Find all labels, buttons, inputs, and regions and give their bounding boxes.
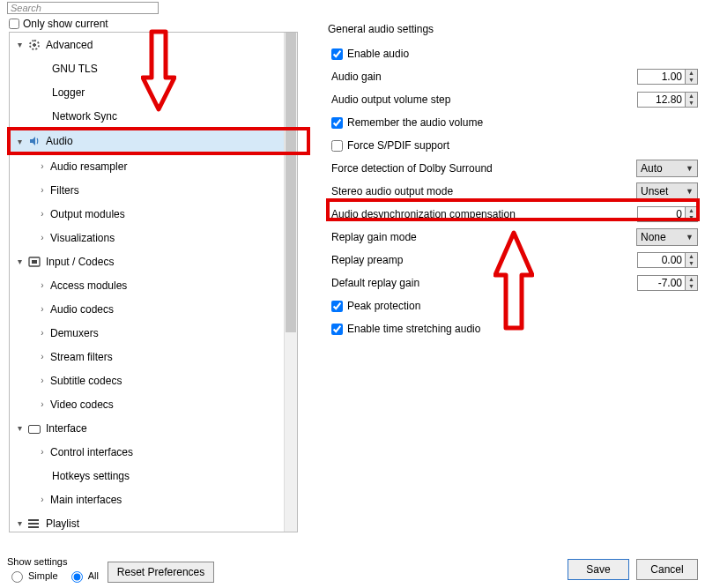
chevron-right-icon: › <box>38 328 47 338</box>
search-input[interactable]: Search <box>7 2 159 14</box>
stereo-mode-value: Unset <box>641 185 668 197</box>
audio-gain-label: Audio gain <box>331 71 637 83</box>
replay-mode-value: None <box>641 231 666 243</box>
tree-label: Audio <box>46 135 73 147</box>
radio-all-input[interactable] <box>71 571 83 583</box>
chevron-right-icon: › <box>38 209 47 219</box>
save-button[interactable]: Save <box>568 559 629 580</box>
tree-item-network-sync[interactable]: Network Sync <box>10 104 297 128</box>
chevron-down-icon: ▼ <box>686 233 694 242</box>
enable-audio-checkbox[interactable] <box>331 48 343 60</box>
tree-item-logger[interactable]: Logger <box>10 80 297 104</box>
desync-spinner[interactable]: ▲▼ <box>686 206 698 222</box>
tree-label: Input / Codecs <box>46 256 114 268</box>
tree-label: Advanced <box>46 39 93 51</box>
tree-item-interface[interactable]: ▾ Interface <box>10 416 297 440</box>
tree-item-filters[interactable]: › Filters <box>10 178 297 202</box>
tree-label: Logger <box>52 86 85 99</box>
chevron-right-icon: › <box>38 185 47 195</box>
radio-all-label: All <box>88 570 99 581</box>
tree-item-demuxers[interactable]: › Demuxers <box>10 321 297 345</box>
tree-label: Audio codecs <box>50 303 114 316</box>
tree-item-audio-resampler[interactable]: › Audio resampler <box>10 154 297 178</box>
dolby-value: Auto <box>641 162 663 175</box>
tree-item-control-interfaces[interactable]: › Control interfaces <box>10 440 297 464</box>
tree-label: Hotkeys settings <box>52 470 130 482</box>
default-replay-input[interactable] <box>637 275 686 291</box>
default-replay-spinner[interactable]: ▲▼ <box>686 275 698 291</box>
peak-protection-label: Peak protection <box>347 300 420 312</box>
time-stretch-row: Enable time stretching audio <box>331 317 698 340</box>
radio-simple[interactable]: Simple <box>7 569 58 583</box>
tree-item-playlist[interactable]: ▾ Playlist <box>10 511 297 532</box>
desync-input[interactable] <box>637 206 686 222</box>
tree-item-input-codecs[interactable]: ▾ Input / Codecs <box>10 249 297 273</box>
settings-tree: ▾ Advanced GNU TLS Logger Network Sync ▾… <box>9 32 298 532</box>
tree-item-output-modules[interactable]: › Output modules <box>10 202 297 226</box>
chevron-down-icon: ▼ <box>686 187 694 196</box>
default-replay-row: Default replay gain ▲▼ <box>331 272 698 294</box>
tree-label: Visualizations <box>50 232 115 244</box>
time-stretch-checkbox[interactable] <box>331 324 343 335</box>
enable-audio-label: Enable audio <box>347 48 409 60</box>
chevron-right-icon: › <box>38 161 47 171</box>
tree-label: Playlist <box>46 517 79 530</box>
tree-item-audio-codecs[interactable]: › Audio codecs <box>10 297 297 321</box>
tree-label: Stream filters <box>50 351 113 363</box>
chevron-down-icon: ▾ <box>15 257 24 266</box>
only-show-current-box[interactable] <box>9 19 19 29</box>
gear-icon <box>27 38 41 52</box>
dolby-row: Force detection of Dolby Surround Auto▼ <box>331 157 698 180</box>
force-spdif-checkbox[interactable] <box>331 140 343 152</box>
audio-gain-input[interactable] <box>637 69 686 85</box>
tree-label: Access modules <box>50 279 127 292</box>
tree-label: Interface <box>46 422 87 435</box>
chevron-right-icon: › <box>38 399 47 409</box>
section-title: General audio settings <box>328 23 434 35</box>
radio-all[interactable]: All <box>67 569 99 583</box>
tree-item-gnu-tls[interactable]: GNU TLS <box>10 56 297 80</box>
tree-label: Demuxers <box>50 327 99 339</box>
show-settings-label: Show settings <box>7 556 99 567</box>
tree-scrollbar[interactable] <box>284 33 297 532</box>
tree-item-video-codecs[interactable]: › Video codecs <box>10 392 297 416</box>
dolby-select[interactable]: Auto▼ <box>636 160 698 177</box>
replay-mode-select[interactable]: None▼ <box>636 228 698 246</box>
tree-item-main-interfaces[interactable]: › Main interfaces <box>10 488 297 511</box>
peak-protection-row: Peak protection <box>331 294 698 317</box>
codec-icon <box>27 255 41 269</box>
volume-step-input[interactable] <box>637 92 686 108</box>
replay-preamp-spinner[interactable]: ▲▼ <box>686 252 698 268</box>
chevron-right-icon: › <box>38 233 47 242</box>
cancel-button[interactable]: Cancel <box>636 559 698 580</box>
tree-item-audio[interactable]: ▾ Audio <box>10 128 297 154</box>
dolby-label: Force detection of Dolby Surround <box>331 162 636 175</box>
remember-volume-checkbox[interactable] <box>331 117 343 129</box>
audio-gain-spinner[interactable]: ▲▼ <box>686 69 698 85</box>
tree-label: Subtitle codecs <box>50 375 122 387</box>
tree-item-visualizations[interactable]: › Visualizations <box>10 226 297 249</box>
only-show-current-label: Only show current <box>23 18 108 30</box>
remember-volume-row: Remember the audio volume <box>331 111 698 134</box>
only-show-current-checkbox[interactable]: Only show current <box>9 18 108 30</box>
interface-icon <box>27 421 41 435</box>
radio-simple-input[interactable] <box>11 571 23 583</box>
volume-step-spinner[interactable]: ▲▼ <box>686 92 698 108</box>
tree-item-stream-filters[interactable]: › Stream filters <box>10 345 297 368</box>
reset-preferences-button[interactable]: Reset Preferences <box>108 562 214 583</box>
tree-item-hotkeys-settings[interactable]: Hotkeys settings <box>10 464 297 488</box>
force-spdif-row: Force S/PDIF support <box>331 134 698 157</box>
playlist-icon <box>27 517 41 531</box>
enable-audio-row: Enable audio <box>331 42 698 65</box>
chevron-down-icon: ▾ <box>15 423 24 433</box>
tree-item-advanced[interactable]: ▾ Advanced <box>10 33 297 56</box>
tree-label: Main interfaces <box>50 494 122 506</box>
stereo-mode-select[interactable]: Unset▼ <box>636 182 698 200</box>
chevron-right-icon: › <box>38 304 47 314</box>
peak-protection-checkbox[interactable] <box>331 301 343 312</box>
scrollbar-thumb[interactable] <box>286 33 296 332</box>
tree-item-subtitle-codecs[interactable]: › Subtitle codecs <box>10 368 297 392</box>
tree-label: Output modules <box>50 208 125 220</box>
tree-item-access-modules[interactable]: › Access modules <box>10 273 297 297</box>
replay-preamp-input[interactable] <box>637 252 686 268</box>
